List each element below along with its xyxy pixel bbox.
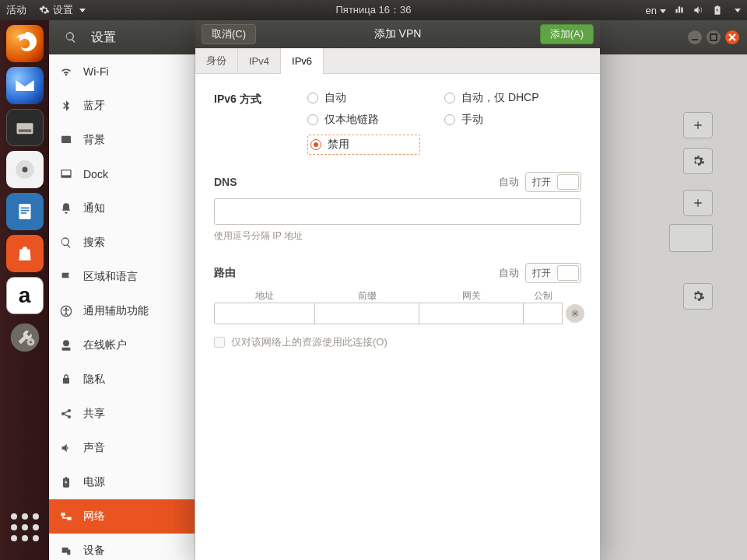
sidebar-label: Dock xyxy=(83,168,108,180)
app-menu-label: 设置 xyxy=(53,3,73,17)
route-gateway-input[interactable] xyxy=(419,303,524,324)
svg-rect-24 xyxy=(67,549,70,555)
document-icon xyxy=(15,201,35,222)
svg-rect-21 xyxy=(61,513,65,516)
sidebar-item-wifi[interactable]: Wi-Fi xyxy=(49,54,195,89)
maximize-button[interactable] xyxy=(707,30,721,44)
dialog-body: IPv6 方式 自动 自动，仅 DHCP 仅本地链路 手动 禁用 DNS 自动 … xyxy=(195,74,600,560)
language-indicator[interactable]: en xyxy=(646,5,666,16)
sidebar-item-accounts[interactable]: 在线帐户 xyxy=(49,328,195,362)
battery-icon[interactable] xyxy=(711,5,724,16)
minimize-button[interactable] xyxy=(688,30,702,44)
shopping-bag-icon xyxy=(15,243,35,264)
sidebar-item-privacy[interactable]: 隐私 xyxy=(49,362,195,397)
svg-rect-15 xyxy=(61,175,71,177)
add-button[interactable]: 添加(A) xyxy=(540,24,594,44)
sidebar-label: 在线帐户 xyxy=(83,338,127,352)
route-row xyxy=(214,303,581,324)
settings-sidebar: Wi-Fi 蓝牙 背景 Dock 通知 搜索 区域和语言 通用辅助功能 在线帐户… xyxy=(49,54,195,560)
dialog-headerbar: 取消(C) 添加 VPN 添加(A) xyxy=(195,20,600,48)
rhythmbox-launcher[interactable] xyxy=(6,151,44,188)
sidebar-label: 隐私 xyxy=(83,373,105,387)
svg-rect-5 xyxy=(20,208,29,209)
activities-button[interactable]: 活动 xyxy=(6,3,26,17)
dns-section-title: DNS xyxy=(214,176,237,188)
switch-knob xyxy=(557,265,579,281)
caret-down-icon xyxy=(79,9,86,12)
cancel-button[interactable]: 取消(C) xyxy=(202,24,256,44)
sidebar-item-search[interactable]: 搜索 xyxy=(49,226,195,260)
writer-launcher[interactable] xyxy=(6,193,44,230)
files-launcher[interactable] xyxy=(6,109,44,146)
routes-table: 地址 前缀 网关 公制 xyxy=(214,289,581,324)
wrench-gear-icon xyxy=(9,322,40,353)
sidebar-label: 通知 xyxy=(83,201,105,215)
svg-rect-13 xyxy=(61,135,71,142)
caret-down-icon xyxy=(660,9,666,13)
sidebar-item-notifications[interactable]: 通知 xyxy=(49,191,195,226)
sidebar-item-dock[interactable]: Dock xyxy=(49,157,195,191)
svg-rect-7 xyxy=(20,212,26,214)
tab-identity[interactable]: 身份 xyxy=(195,48,238,73)
ipv6-method-label: IPv6 方式 xyxy=(214,91,292,107)
route-delete-button[interactable] xyxy=(566,304,584,323)
settings-launcher[interactable] xyxy=(6,319,44,356)
radio-manual[interactable]: 手动 xyxy=(444,113,577,127)
sidebar-item-sharing[interactable]: 共享 xyxy=(49,397,195,431)
tab-ipv4[interactable]: IPv4 xyxy=(238,48,281,73)
switch-knob xyxy=(557,174,579,190)
route-prefix-input[interactable] xyxy=(314,303,419,324)
sidebar-label: 区域和语言 xyxy=(83,270,138,284)
routes-section-title: 路由 xyxy=(214,266,236,280)
svg-rect-12 xyxy=(710,34,717,40)
files-icon xyxy=(14,117,36,138)
app-menu[interactable]: 设置 xyxy=(39,3,86,17)
dns-input[interactable] xyxy=(214,198,581,225)
svg-rect-6 xyxy=(20,210,29,212)
firefox-icon xyxy=(13,32,37,55)
network-icon[interactable] xyxy=(674,5,685,16)
sidebar-item-devices[interactable]: 设备 xyxy=(49,534,195,560)
radio-auto-dhcp[interactable]: 自动，仅 DHCP xyxy=(444,91,577,105)
sidebar-label: 搜索 xyxy=(83,236,105,250)
volume-icon[interactable] xyxy=(693,5,703,16)
radio-link-local[interactable]: 仅本地链路 xyxy=(307,113,440,127)
show-applications-button[interactable] xyxy=(6,509,44,546)
sidebar-label: 网络 xyxy=(83,509,105,523)
sidebar-label: 通用辅助功能 xyxy=(83,304,149,318)
sidebar-item-region[interactable]: 区域和语言 xyxy=(49,260,195,294)
radio-auto[interactable]: 自动 xyxy=(307,91,440,105)
sidebar-item-background[interactable]: 背景 xyxy=(49,123,195,157)
svg-rect-22 xyxy=(67,516,71,520)
sidebar-label: 共享 xyxy=(83,407,105,421)
sidebar-item-network[interactable]: 网络 xyxy=(49,499,195,534)
radio-disabled[interactable]: 禁用 xyxy=(310,138,349,152)
svg-rect-4 xyxy=(19,204,30,219)
sidebar-item-power[interactable]: 电源 xyxy=(49,465,195,499)
tab-ipv6[interactable]: IPv6 xyxy=(281,48,324,73)
thunderbird-icon xyxy=(14,75,36,96)
sidebar-item-accessibility[interactable]: 通用辅助功能 xyxy=(49,294,195,328)
dns-auto-switch[interactable]: 打开 xyxy=(525,172,581,192)
sidebar-item-sound[interactable]: 声音 xyxy=(49,431,195,465)
sidebar-label: Wi-Fi xyxy=(83,65,109,78)
settings-title: 设置 xyxy=(91,30,116,46)
sidebar-item-bluetooth[interactable]: 蓝牙 xyxy=(49,89,195,123)
thunderbird-launcher[interactable] xyxy=(6,67,44,104)
radio-label: 自动 xyxy=(324,91,346,105)
amazon-launcher[interactable]: a xyxy=(6,277,44,314)
close-button[interactable] xyxy=(725,30,739,44)
clock[interactable]: Пятница 16：36 xyxy=(336,3,412,17)
svg-rect-11 xyxy=(692,39,698,40)
dns-hint: 使用逗号分隔 IP 地址 xyxy=(214,229,581,243)
radio-label: 禁用 xyxy=(328,138,349,152)
sidebar-label: 声音 xyxy=(83,441,105,455)
route-metric-input[interactable] xyxy=(523,303,563,324)
only-resources-checkbox[interactable]: 仅对该网络上的资源使用此连接(O) xyxy=(214,335,581,349)
software-launcher[interactable] xyxy=(6,235,44,272)
route-address-input[interactable] xyxy=(214,303,315,324)
firefox-launcher[interactable] xyxy=(6,25,44,62)
ipv6-method-radios: 自动 自动，仅 DHCP 仅本地链路 手动 禁用 xyxy=(307,91,577,155)
search-button[interactable] xyxy=(57,26,85,49)
routes-auto-switch[interactable]: 打开 xyxy=(525,263,581,283)
